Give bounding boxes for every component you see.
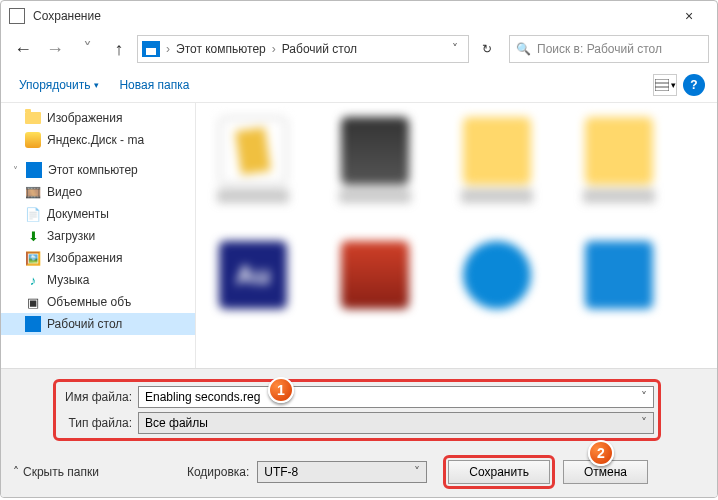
path-sep: › — [270, 42, 278, 56]
view-button[interactable]: ▾ — [653, 74, 677, 96]
file-item[interactable] — [582, 241, 656, 331]
chevron-down-icon: ˅ — [13, 165, 18, 176]
new-folder-button[interactable]: Новая папка — [113, 74, 195, 96]
path-dropdown[interactable]: ˅ — [446, 42, 464, 56]
address-bar: ← → ˅ ↑ › Этот компьютер › Рабочий стол … — [1, 31, 717, 67]
music-icon: ♪ — [25, 272, 41, 288]
file-item[interactable]: Au — [216, 241, 290, 331]
save-dialog: Сохранение × ← → ˅ ↑ › Этот компьютер › … — [0, 0, 718, 498]
sidebar-item-desktop[interactable]: Рабочий стол — [1, 313, 195, 335]
file-item[interactable] — [582, 117, 656, 207]
svg-rect-0 — [655, 79, 669, 91]
app-icon — [9, 8, 25, 24]
path-current[interactable]: Рабочий стол — [278, 42, 361, 56]
pc-icon — [142, 41, 160, 57]
sidebar-item-images2[interactable]: 🖼️Изображения — [1, 247, 195, 269]
sidebar: Изображения Яндекс.Диск - ma ˅Этот компь… — [1, 103, 196, 368]
desktop-icon — [25, 316, 41, 332]
chevron-up-icon: ˄ — [13, 465, 19, 479]
main-area: Изображения Яндекс.Диск - ma ˅Этот компь… — [1, 103, 717, 368]
annotation-badge-2: 2 — [588, 440, 614, 466]
save-highlight: Сохранить — [443, 455, 555, 489]
window-title: Сохранение — [33, 9, 669, 23]
filetype-select[interactable]: Все файлы ˅ — [138, 412, 654, 434]
forward-button[interactable]: → — [41, 35, 69, 63]
filetype-label: Тип файла: — [60, 416, 138, 430]
sidebar-item-downloads[interactable]: ⬇Загрузки — [1, 225, 195, 247]
cube-icon: ▣ — [25, 294, 41, 310]
recent-dropdown[interactable]: ˅ — [73, 35, 101, 63]
search-icon: 🔍 — [516, 42, 531, 56]
document-icon: 📄 — [25, 206, 41, 222]
yadisk-icon — [25, 132, 41, 148]
sidebar-item-video[interactable]: 🎞️Видео — [1, 181, 195, 203]
help-button[interactable]: ? — [683, 74, 705, 96]
file-item[interactable] — [460, 117, 534, 207]
close-button[interactable]: × — [669, 2, 709, 30]
sidebar-item-music[interactable]: ♪Музыка — [1, 269, 195, 291]
file-item[interactable] — [338, 117, 412, 207]
up-button[interactable]: ↑ — [105, 35, 133, 63]
path-box[interactable]: › Этот компьютер › Рабочий стол ˅ — [137, 35, 469, 63]
back-button[interactable]: ← — [9, 35, 37, 63]
save-button[interactable]: Сохранить — [448, 460, 550, 484]
file-item[interactable] — [460, 241, 534, 331]
chevron-down-icon[interactable]: ˅ — [414, 465, 420, 479]
sidebar-item-yadisk[interactable]: Яндекс.Диск - ma — [1, 129, 195, 151]
view-icon — [655, 79, 669, 91]
titlebar: Сохранение × — [1, 1, 717, 31]
bottom-panel: Имя файла: Enabling seconds.reg ˅ Тип фа… — [1, 368, 717, 497]
search-input[interactable]: 🔍 Поиск в: Рабочий стол — [509, 35, 709, 63]
monitor-icon — [26, 162, 42, 178]
path-sep: › — [164, 42, 172, 56]
chevron-down-icon[interactable]: ˅ — [641, 390, 647, 404]
toolbar: Упорядочить ▾ Новая папка ▾ ? — [1, 67, 717, 103]
video-icon: 🎞️ — [25, 184, 41, 200]
search-placeholder: Поиск в: Рабочий стол — [537, 42, 662, 56]
annotation-badge-1: 1 — [268, 377, 294, 403]
folder-icon — [25, 112, 41, 124]
encoding-label: Кодировка: — [107, 465, 249, 479]
chevron-down-icon[interactable]: ˅ — [641, 416, 647, 430]
sidebar-item-images[interactable]: Изображения — [1, 107, 195, 129]
refresh-button[interactable]: ↻ — [473, 35, 501, 63]
path-root[interactable]: Этот компьютер — [172, 42, 270, 56]
encoding-select[interactable]: UTF-8 ˅ — [257, 461, 427, 483]
filename-input[interactable]: Enabling seconds.reg ˅ — [138, 386, 654, 408]
sidebar-item-pc[interactable]: ˅Этот компьютер — [1, 159, 195, 181]
file-item[interactable] — [338, 241, 412, 331]
file-item[interactable] — [216, 117, 290, 207]
file-grid[interactable]: Au — [196, 103, 717, 368]
filename-highlight: Имя файла: Enabling seconds.reg ˅ Тип фа… — [53, 379, 661, 441]
sidebar-item-documents[interactable]: 📄Документы — [1, 203, 195, 225]
organize-button[interactable]: Упорядочить ▾ — [13, 74, 105, 96]
hide-folders-button[interactable]: ˄ Скрыть папки — [13, 465, 99, 479]
download-icon: ⬇ — [25, 228, 41, 244]
sidebar-item-volumes[interactable]: ▣Объемные объ — [1, 291, 195, 313]
filename-label: Имя файла: — [60, 390, 138, 404]
picture-icon: 🖼️ — [25, 250, 41, 266]
